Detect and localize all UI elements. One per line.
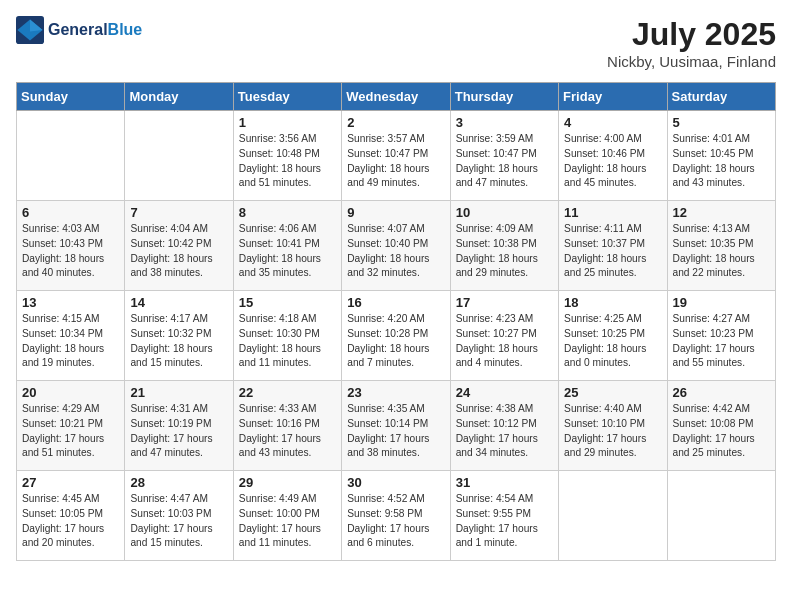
week-row-4: 27Sunrise: 4:45 AMSunset: 10:05 PMDaylig… bbox=[17, 471, 776, 561]
week-row-1: 6Sunrise: 4:03 AMSunset: 10:43 PMDayligh… bbox=[17, 201, 776, 291]
calendar-cell: 6Sunrise: 4:03 AMSunset: 10:43 PMDayligh… bbox=[17, 201, 125, 291]
week-row-3: 20Sunrise: 4:29 AMSunset: 10:21 PMDaylig… bbox=[17, 381, 776, 471]
header-friday: Friday bbox=[559, 83, 667, 111]
cell-info: Sunrise: 4:23 AMSunset: 10:27 PMDaylight… bbox=[456, 313, 538, 368]
calendar-cell: 17Sunrise: 4:23 AMSunset: 10:27 PMDaylig… bbox=[450, 291, 558, 381]
day-number: 2 bbox=[347, 115, 444, 130]
header-sunday: Sunday bbox=[17, 83, 125, 111]
title-block: July 2025 Nickby, Uusimaa, Finland bbox=[607, 16, 776, 70]
calendar-cell: 13Sunrise: 4:15 AMSunset: 10:34 PMDaylig… bbox=[17, 291, 125, 381]
calendar-cell: 11Sunrise: 4:11 AMSunset: 10:37 PMDaylig… bbox=[559, 201, 667, 291]
header-thursday: Thursday bbox=[450, 83, 558, 111]
week-row-0: 1Sunrise: 3:56 AMSunset: 10:48 PMDayligh… bbox=[17, 111, 776, 201]
calendar-cell bbox=[559, 471, 667, 561]
calendar-cell bbox=[125, 111, 233, 201]
calendar-cell bbox=[667, 471, 775, 561]
calendar-cell: 15Sunrise: 4:18 AMSunset: 10:30 PMDaylig… bbox=[233, 291, 341, 381]
cell-info: Sunrise: 4:06 AMSunset: 10:41 PMDaylight… bbox=[239, 223, 321, 278]
calendar-cell: 9Sunrise: 4:07 AMSunset: 10:40 PMDayligh… bbox=[342, 201, 450, 291]
day-number: 9 bbox=[347, 205, 444, 220]
day-number: 1 bbox=[239, 115, 336, 130]
cell-info: Sunrise: 4:47 AMSunset: 10:03 PMDaylight… bbox=[130, 493, 212, 548]
cell-info: Sunrise: 4:45 AMSunset: 10:05 PMDaylight… bbox=[22, 493, 104, 548]
calendar-cell: 14Sunrise: 4:17 AMSunset: 10:32 PMDaylig… bbox=[125, 291, 233, 381]
calendar-cell bbox=[17, 111, 125, 201]
cell-info: Sunrise: 4:38 AMSunset: 10:12 PMDaylight… bbox=[456, 403, 538, 458]
calendar-cell: 3Sunrise: 3:59 AMSunset: 10:47 PMDayligh… bbox=[450, 111, 558, 201]
calendar-cell: 7Sunrise: 4:04 AMSunset: 10:42 PMDayligh… bbox=[125, 201, 233, 291]
cell-info: Sunrise: 4:20 AMSunset: 10:28 PMDaylight… bbox=[347, 313, 429, 368]
day-number: 16 bbox=[347, 295, 444, 310]
calendar-cell: 28Sunrise: 4:47 AMSunset: 10:03 PMDaylig… bbox=[125, 471, 233, 561]
day-number: 7 bbox=[130, 205, 227, 220]
calendar-cell: 25Sunrise: 4:40 AMSunset: 10:10 PMDaylig… bbox=[559, 381, 667, 471]
cell-info: Sunrise: 4:35 AMSunset: 10:14 PMDaylight… bbox=[347, 403, 429, 458]
cell-info: Sunrise: 4:54 AMSunset: 9:55 PMDaylight:… bbox=[456, 493, 538, 548]
day-number: 21 bbox=[130, 385, 227, 400]
calendar-cell: 19Sunrise: 4:27 AMSunset: 10:23 PMDaylig… bbox=[667, 291, 775, 381]
cell-info: Sunrise: 3:56 AMSunset: 10:48 PMDaylight… bbox=[239, 133, 321, 188]
day-number: 6 bbox=[22, 205, 119, 220]
header-monday: Monday bbox=[125, 83, 233, 111]
day-number: 17 bbox=[456, 295, 553, 310]
day-number: 14 bbox=[130, 295, 227, 310]
cell-info: Sunrise: 4:03 AMSunset: 10:43 PMDaylight… bbox=[22, 223, 104, 278]
week-row-2: 13Sunrise: 4:15 AMSunset: 10:34 PMDaylig… bbox=[17, 291, 776, 381]
cell-info: Sunrise: 4:29 AMSunset: 10:21 PMDaylight… bbox=[22, 403, 104, 458]
day-number: 3 bbox=[456, 115, 553, 130]
day-number: 30 bbox=[347, 475, 444, 490]
calendar-header: SundayMondayTuesdayWednesdayThursdayFrid… bbox=[17, 83, 776, 111]
day-number: 25 bbox=[564, 385, 661, 400]
day-number: 22 bbox=[239, 385, 336, 400]
cell-info: Sunrise: 4:07 AMSunset: 10:40 PMDaylight… bbox=[347, 223, 429, 278]
day-number: 5 bbox=[673, 115, 770, 130]
cell-info: Sunrise: 4:49 AMSunset: 10:00 PMDaylight… bbox=[239, 493, 321, 548]
day-number: 24 bbox=[456, 385, 553, 400]
calendar-cell: 26Sunrise: 4:42 AMSunset: 10:08 PMDaylig… bbox=[667, 381, 775, 471]
cell-info: Sunrise: 4:42 AMSunset: 10:08 PMDaylight… bbox=[673, 403, 755, 458]
header-row: SundayMondayTuesdayWednesdayThursdayFrid… bbox=[17, 83, 776, 111]
day-number: 26 bbox=[673, 385, 770, 400]
header-wednesday: Wednesday bbox=[342, 83, 450, 111]
calendar-cell: 23Sunrise: 4:35 AMSunset: 10:14 PMDaylig… bbox=[342, 381, 450, 471]
calendar-cell: 27Sunrise: 4:45 AMSunset: 10:05 PMDaylig… bbox=[17, 471, 125, 561]
day-number: 19 bbox=[673, 295, 770, 310]
day-number: 8 bbox=[239, 205, 336, 220]
cell-info: Sunrise: 4:27 AMSunset: 10:23 PMDaylight… bbox=[673, 313, 755, 368]
cell-info: Sunrise: 4:25 AMSunset: 10:25 PMDaylight… bbox=[564, 313, 646, 368]
cell-info: Sunrise: 4:13 AMSunset: 10:35 PMDaylight… bbox=[673, 223, 755, 278]
cell-info: Sunrise: 4:31 AMSunset: 10:19 PMDaylight… bbox=[130, 403, 212, 458]
day-number: 29 bbox=[239, 475, 336, 490]
cell-info: Sunrise: 4:18 AMSunset: 10:30 PMDaylight… bbox=[239, 313, 321, 368]
calendar-cell: 12Sunrise: 4:13 AMSunset: 10:35 PMDaylig… bbox=[667, 201, 775, 291]
cell-info: Sunrise: 4:52 AMSunset: 9:58 PMDaylight:… bbox=[347, 493, 429, 548]
calendar-body: 1Sunrise: 3:56 AMSunset: 10:48 PMDayligh… bbox=[17, 111, 776, 561]
cell-info: Sunrise: 3:59 AMSunset: 10:47 PMDaylight… bbox=[456, 133, 538, 188]
cell-info: Sunrise: 4:11 AMSunset: 10:37 PMDaylight… bbox=[564, 223, 646, 278]
logo: GeneralBlue bbox=[16, 16, 142, 44]
page-header: GeneralBlue July 2025 Nickby, Uusimaa, F… bbox=[16, 16, 776, 70]
day-number: 23 bbox=[347, 385, 444, 400]
calendar-cell: 21Sunrise: 4:31 AMSunset: 10:19 PMDaylig… bbox=[125, 381, 233, 471]
day-number: 18 bbox=[564, 295, 661, 310]
calendar-cell: 31Sunrise: 4:54 AMSunset: 9:55 PMDayligh… bbox=[450, 471, 558, 561]
day-number: 15 bbox=[239, 295, 336, 310]
cell-info: Sunrise: 4:01 AMSunset: 10:45 PMDaylight… bbox=[673, 133, 755, 188]
calendar-cell: 24Sunrise: 4:38 AMSunset: 10:12 PMDaylig… bbox=[450, 381, 558, 471]
day-number: 4 bbox=[564, 115, 661, 130]
day-number: 10 bbox=[456, 205, 553, 220]
calendar-cell: 5Sunrise: 4:01 AMSunset: 10:45 PMDayligh… bbox=[667, 111, 775, 201]
location: Nickby, Uusimaa, Finland bbox=[607, 53, 776, 70]
calendar-cell: 29Sunrise: 4:49 AMSunset: 10:00 PMDaylig… bbox=[233, 471, 341, 561]
day-number: 11 bbox=[564, 205, 661, 220]
month-title: July 2025 bbox=[607, 16, 776, 53]
header-saturday: Saturday bbox=[667, 83, 775, 111]
calendar-cell: 1Sunrise: 3:56 AMSunset: 10:48 PMDayligh… bbox=[233, 111, 341, 201]
cell-info: Sunrise: 4:04 AMSunset: 10:42 PMDaylight… bbox=[130, 223, 212, 278]
day-number: 31 bbox=[456, 475, 553, 490]
calendar-cell: 8Sunrise: 4:06 AMSunset: 10:41 PMDayligh… bbox=[233, 201, 341, 291]
calendar-cell: 22Sunrise: 4:33 AMSunset: 10:16 PMDaylig… bbox=[233, 381, 341, 471]
calendar-cell: 30Sunrise: 4:52 AMSunset: 9:58 PMDayligh… bbox=[342, 471, 450, 561]
logo-icon bbox=[16, 16, 44, 44]
header-tuesday: Tuesday bbox=[233, 83, 341, 111]
